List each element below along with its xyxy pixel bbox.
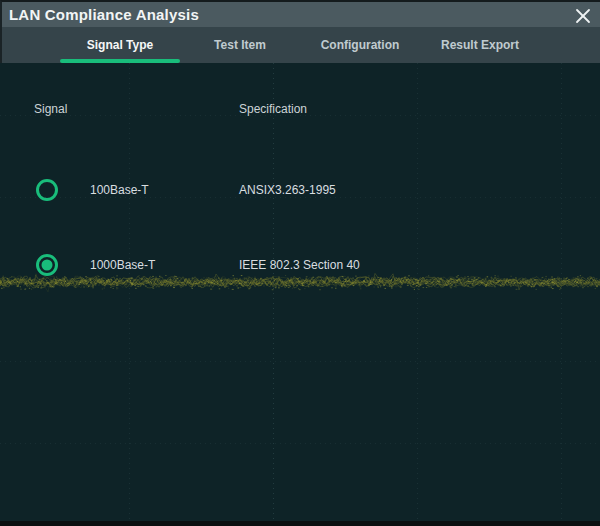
waveform-trace — [0, 265, 600, 299]
signal-label: 100Base-T — [90, 183, 149, 197]
specification-label: ANSIX3.263-1995 — [239, 183, 336, 197]
dialog-title: LAN Compliance Analysis — [9, 2, 199, 27]
lan-compliance-dialog: { "window": { "title": "LAN Compliance A… — [0, 0, 600, 526]
column-header-signal: Signal — [34, 102, 67, 116]
radio-button-100base-t[interactable] — [36, 179, 58, 201]
column-header-specification: Specification — [239, 102, 307, 116]
signal-row-100base-t[interactable]: 100Base-T ANSIX3.263-1995 — [0, 168, 600, 212]
tab-bar: Signal Type Test Item Configuration Resu… — [0, 27, 600, 63]
dialog-titlebar: LAN Compliance Analysis — [0, 0, 600, 27]
tab-test-item[interactable]: Test Item — [180, 27, 300, 63]
graticule-hline — [0, 361, 600, 362]
close-button[interactable] — [572, 5, 594, 27]
close-icon — [575, 8, 591, 24]
graticule-hline — [0, 443, 600, 444]
tab-result-export[interactable]: Result Export — [420, 27, 540, 63]
screen-bottom-edge — [0, 521, 600, 526]
tab-signal-type[interactable]: Signal Type — [60, 27, 180, 63]
tab-configuration[interactable]: Configuration — [300, 27, 420, 63]
content-area: Signal Specification 100Base-T ANSIX3.26… — [0, 63, 600, 521]
